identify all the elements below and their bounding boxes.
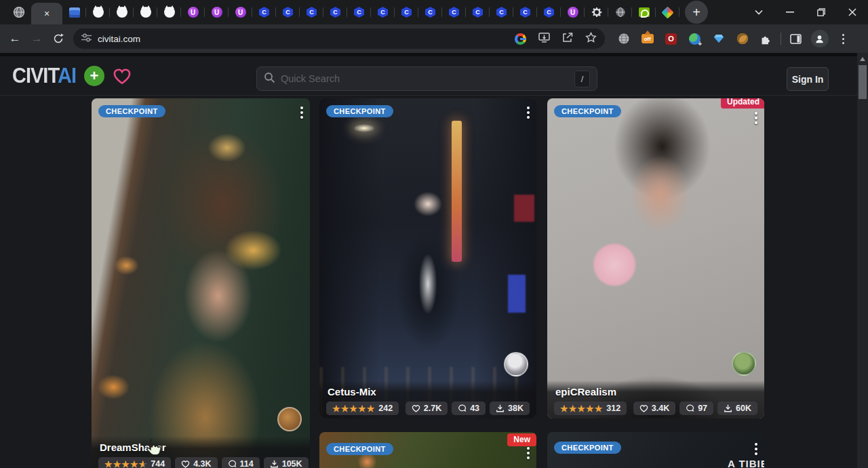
tab-github-favicon[interactable]: [110, 0, 134, 24]
profile-avatar[interactable]: [808, 28, 831, 50]
new-tab-button[interactable]: +: [685, 1, 708, 24]
tab-civitai-favicon[interactable]: C: [442, 0, 466, 24]
address-bar[interactable]: civitai.com: [73, 28, 605, 49]
tab-settings-favicon[interactable]: [585, 0, 608, 24]
url-text[interactable]: civitai.com: [98, 34, 140, 44]
restore-button[interactable]: [806, 0, 837, 24]
downloads-pill[interactable]: 38K: [490, 402, 530, 415]
card-menu-kebab-icon[interactable]: [527, 106, 530, 119]
google-logo-icon[interactable]: [515, 33, 526, 45]
gem-extension-icon[interactable]: [707, 28, 730, 50]
extensions-puzzle-icon[interactable]: [754, 28, 778, 50]
search-input[interactable]: [281, 73, 574, 84]
tab-civitai-favicon[interactable]: C: [466, 0, 490, 24]
creator-avatar[interactable]: [732, 351, 756, 376]
downloads-pill[interactable]: 105K: [264, 457, 309, 468]
model-preview-image: [547, 98, 764, 418]
star-icon: ★: [113, 460, 122, 468]
share-icon[interactable]: [562, 33, 573, 45]
tab-unity-favicon[interactable]: U: [181, 0, 205, 24]
card-menu-kebab-icon[interactable]: [527, 447, 530, 459]
quick-search-bar[interactable]: /: [256, 66, 597, 91]
tab-kraken-favicon[interactable]: [656, 0, 679, 24]
tab-search-chevron-icon[interactable]: [743, 0, 774, 24]
page-scrollbar[interactable]: [857, 53, 868, 468]
scrollbar-thumb[interactable]: [859, 65, 867, 99]
tab-github-favicon[interactable]: [134, 0, 157, 24]
sign-in-button[interactable]: Sign In: [787, 67, 829, 91]
active-tab[interactable]: ×: [31, 3, 62, 24]
creator-avatar[interactable]: [504, 352, 528, 376]
model-title[interactable]: epiCRealism: [555, 386, 757, 397]
rating-pill[interactable]: ★★★★★744: [98, 457, 171, 468]
tab-civitai-favicon[interactable]: C: [371, 0, 395, 24]
likes-pill[interactable]: 4.3K: [175, 457, 217, 468]
tab-github-favicon[interactable]: [86, 0, 110, 24]
model-card-partial-flowers[interactable]: CHECKPOINT New: [319, 432, 536, 468]
tab-civitai-favicon[interactable]: C: [323, 0, 347, 24]
reload-button[interactable]: [47, 28, 69, 50]
star-icon: ★: [560, 404, 569, 413]
comment-icon: [458, 404, 467, 412]
neon-sign: [452, 121, 462, 262]
vpn-off-extension-icon[interactable]: off: [635, 28, 659, 50]
likes-pill[interactable]: 2.7K: [406, 402, 448, 415]
side-panel-icon[interactable]: [784, 28, 808, 50]
tab-github-favicon[interactable]: [157, 0, 181, 24]
tab-unity-favicon[interactable]: U: [229, 0, 252, 24]
star-icon: ★: [332, 404, 341, 413]
minimize-button[interactable]: [774, 0, 806, 24]
site-settings-icon[interactable]: [81, 33, 92, 45]
downloads-pill[interactable]: 60K: [717, 402, 757, 415]
model-title[interactable]: Cetus-Mix: [328, 386, 530, 397]
forward-button[interactable]: →: [26, 28, 47, 50]
mesh-globe-extension-icon[interactable]: [612, 28, 635, 50]
civitai-logo[interactable]: CIVITAI: [12, 64, 76, 88]
globe-favicon[interactable]: [11, 4, 27, 20]
bookmark-star-icon[interactable]: [585, 32, 597, 45]
model-title[interactable]: DreamShaper: [100, 442, 303, 453]
back-button[interactable]: ←: [4, 28, 26, 50]
tab-civitai-favicon[interactable]: C: [418, 0, 442, 24]
cookie-extension-icon[interactable]: [730, 28, 754, 50]
scroll-up-arrow-icon[interactable]: [860, 57, 865, 61]
globe-plus-extension-icon[interactable]: [683, 28, 707, 50]
browser-menu-kebab-icon[interactable]: [831, 28, 855, 50]
search-shortcut-key: /: [574, 71, 590, 87]
tab-globe-favicon[interactable]: [608, 0, 632, 24]
tab-unity-favicon[interactable]: U: [561, 0, 585, 24]
creator-avatar[interactable]: [277, 407, 302, 431]
comments-pill[interactable]: 97: [679, 402, 713, 415]
tab-civitai-favicon[interactable]: C: [395, 0, 418, 24]
plus-icon: +: [90, 69, 99, 83]
card-menu-kebab-icon[interactable]: [300, 106, 303, 119]
create-plus-button[interactable]: +: [84, 66, 104, 86]
tab-toolbox-favicon[interactable]: [62, 0, 86, 24]
tab-nvidia-favicon[interactable]: [632, 0, 656, 24]
tab-civitai-favicon[interactable]: C: [513, 0, 537, 24]
tab-unity-favicon[interactable]: U: [205, 0, 229, 24]
model-card-partial-portrait[interactable]: CHECKPOINT A TIBIEN: [547, 432, 764, 468]
card-menu-kebab-icon[interactable]: [755, 443, 757, 455]
tab-civitai-favicon[interactable]: C: [300, 0, 323, 24]
install-app-icon[interactable]: [538, 33, 550, 45]
model-card-cetus-mix[interactable]: CHECKPOINT Cetus-Mix ★★★★★242 2.7K 43 38…: [319, 98, 536, 418]
close-window-button[interactable]: [837, 0, 868, 24]
tab-civitai-favicon[interactable]: C: [537, 0, 561, 24]
card-menu-kebab-icon[interactable]: [755, 112, 757, 124]
model-card-dreamshaper[interactable]: CHECKPOINT DreamShaper ★★★★★744 4.3K 114…: [92, 98, 310, 468]
tab-civitai-favicon[interactable]: C: [490, 0, 513, 24]
likes-pill[interactable]: 3.4K: [633, 402, 675, 415]
rating-pill[interactable]: ★★★★★312: [554, 402, 627, 415]
close-tab-icon[interactable]: ×: [44, 9, 50, 18]
new-badge: New: [507, 433, 536, 446]
tab-civitai-favicon[interactable]: C: [252, 0, 276, 24]
red-o-extension-icon[interactable]: O: [659, 28, 683, 50]
tab-civitai-favicon[interactable]: C: [276, 0, 300, 24]
support-heart-button[interactable]: [113, 67, 132, 85]
rating-pill[interactable]: ★★★★★242: [326, 402, 399, 415]
comments-pill[interactable]: 43: [452, 402, 486, 415]
model-card-epicrealism[interactable]: CHECKPOINT Updated epiCRealism ★★★★★312 …: [547, 98, 764, 418]
tab-civitai-favicon[interactable]: C: [347, 0, 371, 24]
comments-pill[interactable]: 114: [222, 457, 260, 468]
